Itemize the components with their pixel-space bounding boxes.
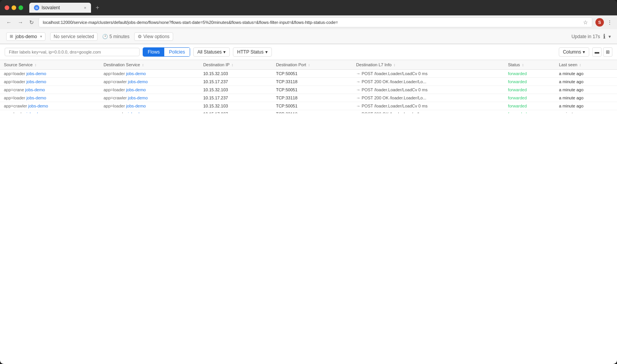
address-bar: ← → ↻ localhost:12000/service-map/cluste…: [0, 15, 617, 29]
bottom-panel: Flows Policies All Statuses ▾ HTTP Statu…: [0, 44, 617, 113]
tab-close-button[interactable]: ×: [84, 5, 86, 10]
col-last-seen[interactable]: Last seen ↕: [555, 60, 617, 70]
status-cell: forwarded: [504, 102, 555, 110]
http-status-filter[interactable]: HTTP Status ▾: [233, 47, 271, 57]
tab-bar: G lsovalent × +: [29, 3, 612, 13]
view-options-button[interactable]: ⚙ View options: [134, 32, 173, 41]
url-actions: ☆: [583, 19, 588, 25]
main-content: jobs-demo: [0, 44, 617, 364]
dst-port-cell: TCP:33118: [272, 110, 352, 114]
src-service-cell: app=loader jobs-demo: [0, 78, 99, 86]
maximize-button[interactable]: [19, 5, 23, 10]
status-cell: forwarded: [504, 86, 555, 94]
last-seen-cell: a minute ago: [555, 78, 617, 86]
no-service-selector[interactable]: No service selected: [50, 32, 98, 41]
app-toolbar: ⊞ jobs-demo ▾ No service selected 🕐 5 mi…: [0, 29, 617, 44]
forward-button[interactable]: →: [16, 18, 25, 26]
url-bar[interactable]: localhost:12000/service-map/clusters/def…: [39, 17, 592, 27]
src-service-cell: app=crawler jobs-demo: [0, 102, 99, 110]
last-seen-cell: a minute ago: [555, 110, 617, 114]
table-row[interactable]: app=crane jobs-demo app=loader jobs-demo…: [0, 86, 617, 94]
table-row[interactable]: app=loader jobs-demo app=crawler jobs-de…: [0, 94, 617, 102]
col-source-service[interactable]: Source Service ↕: [0, 60, 99, 70]
gear-icon: ⚙: [138, 34, 142, 39]
profile-button[interactable]: S: [595, 18, 604, 27]
table-row[interactable]: app=loader jobs-demo app=loader jobs-dem…: [0, 70, 617, 78]
bottom-toolbar: Flows Policies All Statuses ▾ HTTP Statu…: [0, 44, 617, 60]
refresh-button[interactable]: ↻: [28, 18, 35, 26]
browser-window: G lsovalent × + ← → ↻ localhost:12000/se…: [0, 0, 617, 364]
dst-port-cell: TCP:50051: [272, 102, 352, 110]
status-cell: forwarded: [504, 94, 555, 102]
titlebar: G lsovalent × +: [0, 0, 617, 15]
src-service-cell: app=loader jobs-demo: [0, 70, 99, 78]
update-info: Update in 17s ℹ ▾: [571, 33, 611, 40]
last-seen-cell: a minute ago: [555, 86, 617, 94]
src-service-cell: app=loader jobs-demo: [0, 110, 99, 114]
chevron-down-icon: ▾: [609, 34, 611, 39]
new-tab-button[interactable]: +: [93, 4, 102, 11]
dst-l7-cell: → POST 200 OK /loader.Loader/Lo...: [352, 94, 504, 102]
last-seen-cell: a minute ago: [555, 94, 617, 102]
chevron-down-icon: ▾: [265, 49, 268, 55]
dst-ip-cell: 10.15.32.103: [199, 102, 272, 110]
grid-view-button[interactable]: ⊞: [603, 47, 612, 57]
dst-ip-cell: 10.15.17.237: [199, 110, 272, 114]
col-destination-port[interactable]: Destination Port ↕: [272, 60, 352, 70]
dst-ip-cell: 10.15.17.237: [199, 78, 272, 86]
dst-port-cell: TCP:50051: [272, 70, 352, 78]
src-service-cell: app=crane jobs-demo: [0, 86, 99, 94]
dst-service-cell: app=crawler jobs-demo: [99, 78, 199, 86]
dst-service-cell: app=crawler jobs-demo: [99, 110, 199, 114]
status-cell: forwarded: [504, 70, 555, 78]
last-seen-cell: a minute ago: [555, 70, 617, 78]
columns-button[interactable]: Columns ▾: [559, 47, 589, 57]
filter-input[interactable]: [5, 48, 140, 56]
url-text: localhost:12000/service-map/clusters/def…: [43, 20, 581, 25]
chevron-down-icon: ▾: [40, 34, 42, 39]
dst-port-cell: TCP:33118: [272, 94, 352, 102]
src-service-cell: app=loader jobs-demo: [0, 94, 99, 102]
table-row[interactable]: app=crawler jobs-demo app=loader jobs-de…: [0, 102, 617, 110]
clock-icon: 🕐: [102, 34, 108, 39]
bookmark-button[interactable]: ☆: [583, 19, 588, 25]
col-status[interactable]: Status ↕: [504, 60, 555, 70]
dst-l7-cell: → POST 200 OK /loader.Loader/Lo...: [352, 78, 504, 86]
cluster-selector[interactable]: ⊞ jobs-demo ▾: [6, 32, 46, 41]
status-cell: forwarded: [504, 110, 555, 114]
dst-service-cell: app=loader jobs-demo: [99, 70, 199, 78]
col-destination-ip[interactable]: Destination IP ↕: [199, 60, 272, 70]
dst-l7-cell: → POST /loader.Loader/LoadCv 0 ms: [352, 86, 504, 94]
col-destination-l7[interactable]: Destination L7 Info ↕: [352, 60, 504, 70]
last-seen-cell: a minute ago: [555, 102, 617, 110]
tab-favicon: G: [34, 5, 39, 10]
back-button[interactable]: ←: [5, 18, 13, 26]
dst-l7-cell: → POST /loader.Loader/LoadCv 0 ms: [352, 70, 504, 78]
table-row[interactable]: app=loader jobs-demo app=crawler jobs-de…: [0, 110, 617, 114]
flows-tab[interactable]: Flows: [143, 48, 164, 56]
col-destination-service[interactable]: Destination Service ↕: [99, 60, 199, 70]
dst-port-cell: TCP:33118: [272, 78, 352, 86]
menu-button[interactable]: ⋮: [607, 19, 612, 25]
dst-l7-cell: → POST /loader.Loader/LoadCv 0 ms: [352, 102, 504, 110]
dst-l7-cell: → POST 200 OK /loader.Loader/Lo...: [352, 110, 504, 114]
user-icon: ℹ: [603, 33, 605, 40]
chevron-down-icon: ▾: [583, 49, 585, 55]
dst-service-cell: app=loader jobs-demo: [99, 102, 199, 110]
traffic-lights: [5, 5, 23, 10]
minimize-button[interactable]: [12, 5, 16, 10]
dst-ip-cell: 10.15.17.237: [199, 94, 272, 102]
active-tab[interactable]: G lsovalent ×: [29, 3, 91, 13]
close-button[interactable]: [5, 5, 9, 10]
cluster-label: jobs-demo: [15, 34, 37, 39]
all-statuses-filter[interactable]: All Statuses ▾: [193, 47, 230, 57]
flow-policy-tabs: Flows Policies: [143, 47, 190, 57]
dst-ip-cell: 10.15.32.103: [199, 86, 272, 94]
table-row[interactable]: app=loader jobs-demo app=crawler jobs-de…: [0, 78, 617, 86]
list-view-button[interactable]: ▬: [592, 47, 602, 57]
flows-table: Source Service ↕ Destination Service ↕ D…: [0, 60, 617, 113]
policies-tab[interactable]: Policies: [164, 48, 189, 56]
view-icons: ▬ ⊞: [592, 47, 612, 57]
time-filter[interactable]: 🕐 5 minutes: [102, 34, 130, 39]
dst-service-cell: app=crawler jobs-demo: [99, 94, 199, 102]
